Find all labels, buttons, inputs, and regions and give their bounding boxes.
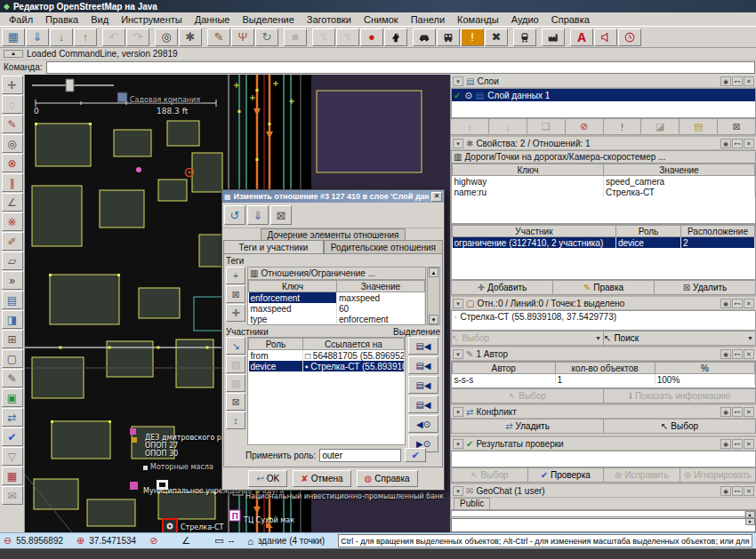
layer-toggle-visibility-button[interactable]: ⊘ — [565, 118, 604, 135]
collapse-panel-icon[interactable]: ▾ — [453, 76, 463, 86]
close-icon[interactable]: ✕ — [431, 192, 442, 202]
sticky-icon[interactable]: ◉ — [720, 139, 731, 148]
parallel-way-tool-button[interactable]: ∥ — [2, 173, 23, 192]
selection-search-button[interactable]: ↖Поиск▼ — [603, 331, 756, 346]
column-header[interactable]: % — [655, 363, 754, 374]
menu-item-Данные[interactable]: Данные — [189, 14, 236, 25]
resolve-conflict-button[interactable]: ⇄Уладить — [451, 419, 604, 434]
improve-accuracy-tool-button[interactable]: ※ — [2, 212, 23, 231]
properties-table[interactable]: КлючЗначениеhighwayspeed_cameraname:ruСт… — [452, 164, 755, 197]
pin-icon[interactable]: ⊷ — [732, 407, 743, 417]
pin-icon[interactable]: ⊷ — [732, 139, 743, 148]
minimap-toggle-button[interactable]: ▣ — [2, 388, 23, 407]
menu-item-Вид[interactable]: Вид — [85, 14, 114, 25]
menu-item-Заготовки[interactable]: Заготовки — [302, 14, 357, 25]
dialog-title-bar[interactable]: ▦ Изменить отношение #3 127 410 в слое '… — [222, 190, 444, 203]
bus-transport-button[interactable] — [437, 28, 460, 46]
authors-table[interactable]: Авторкол-во объектов%s-s-s1100% — [452, 362, 755, 385]
cancel-button[interactable]: ✘Отмена — [293, 470, 350, 487]
menu-item-Выделение[interactable]: Выделение — [237, 14, 299, 25]
close-icon[interactable]: ✕ — [744, 486, 754, 496]
table-row[interactable]: enforcementmaxspeed — [249, 292, 425, 304]
menu-item-Команды[interactable]: Команды — [452, 14, 504, 25]
extrude-tool-button[interactable]: ▱ — [2, 252, 23, 270]
close-icon[interactable]: ✕ — [744, 407, 754, 417]
menu-item-Инструменты[interactable]: Инструменты — [116, 14, 188, 25]
menu-item-Снимок[interactable]: Снимок — [358, 14, 404, 25]
table-row[interactable]: s-s-s1100% — [453, 374, 755, 386]
command-stack-toggle-button[interactable]: ▦ — [2, 467, 23, 485]
table-row[interactable]: device▪ Стрелка-СТ (55.8939108… — [249, 361, 405, 371]
collapse-panel-icon[interactable]: ▾ — [453, 139, 463, 148]
validation-results-list[interactable] — [451, 451, 756, 467]
tags-preset-row[interactable]: ▥ Отношения/Ограничение ... — [247, 267, 426, 279]
sticky-icon[interactable]: ◉ — [720, 299, 731, 308]
clock-timer-button[interactable] — [618, 28, 641, 46]
title-bar[interactable]: ◆ Редактор OpenStreetMap на Java — [0, 0, 756, 12]
column-header[interactable]: Ключ — [453, 164, 604, 176]
delete-tool-button[interactable]: ⊗ — [2, 154, 23, 172]
menu-item-Справка[interactable]: Справка — [546, 14, 595, 25]
geochat-scrollbar[interactable]: ▲ ▼ — [744, 511, 755, 516]
tab-parent-relations[interactable]: Родительские отношения — [324, 240, 443, 253]
download-incomplete-members-button[interactable]: ◀⊙ — [408, 415, 438, 433]
geochat-message-input[interactable] — [451, 518, 756, 532]
audio-speaker-button[interactable] — [594, 28, 617, 46]
close-icon[interactable]: ✕ — [744, 76, 754, 86]
draw-node-tool-button[interactable]: ✎ — [2, 115, 23, 133]
refresh-button[interactable]: ↻ — [255, 28, 278, 46]
selection-panel-toggle-button[interactable]: ▢ — [2, 349, 23, 368]
close-icon[interactable]: ✕ — [744, 299, 754, 308]
ok-button[interactable]: ↩OK — [248, 470, 287, 487]
remove-members-from-selection-button[interactable]: ▤◀ — [408, 376, 438, 394]
pin-icon[interactable]: ⊷ — [732, 349, 743, 359]
warning-button[interactable]: ! — [461, 28, 484, 46]
conflict-select-button[interactable]: ↖Выбор — [603, 419, 756, 434]
factory-landuse-button[interactable] — [542, 28, 565, 46]
tags-table[interactable]: КлючЗначениеenforcementmaxspeedmaxspeed6… — [248, 280, 425, 324]
delete-tag-button[interactable]: ⊠Удалить — [654, 280, 756, 295]
layer-visibility-eye-icon[interactable]: ⊙ — [464, 91, 471, 100]
geochat-panel-toggle-button[interactable]: ✉ — [2, 486, 23, 505]
filter-panel-toggle-button[interactable]: ▽ — [2, 447, 23, 466]
layer-row[interactable]: ✔ ⊙ ▤ Слой данных 1 — [452, 89, 755, 101]
table-row[interactable]: ограничение (3127410, 2 участника)device… — [453, 237, 755, 249]
delete-member-button[interactable]: ⊠ — [226, 393, 245, 411]
tags-panel-toggle-button[interactable]: ◨ — [2, 310, 23, 329]
collapse-panel-icon[interactable]: ▾ — [453, 349, 463, 359]
angle-tool-button[interactable]: ∠ — [2, 193, 23, 212]
column-header[interactable]: Расположение — [681, 226, 755, 237]
membership-table[interactable]: УчастникРольРасположениеограничение (312… — [452, 225, 755, 248]
add-tag-button[interactable]: + — [226, 267, 245, 284]
menu-item-Панели[interactable]: Панели — [406, 14, 450, 25]
scroll-down-icon[interactable]: ▼ — [745, 518, 755, 525]
sticky-icon[interactable]: ◉ — [720, 486, 731, 496]
zoom-to-selection-button[interactable]: ◎ — [155, 28, 178, 46]
delete-x-button[interactable]: ✖ — [485, 28, 508, 46]
add-tag-button[interactable]: ✚Добавить — [451, 280, 553, 295]
draw-improve-button[interactable]: ✎ — [207, 28, 230, 46]
sticky-icon[interactable]: ◉ — [720, 407, 731, 417]
table-row[interactable]: maxspeed60 — [249, 303, 425, 314]
layer-delete-button[interactable]: ⊠ — [717, 118, 756, 135]
delete-tag-button[interactable]: ⊠ — [226, 285, 245, 303]
menu-item-Файл[interactable]: Файл — [4, 14, 38, 25]
select-tool-button[interactable]: ✛ — [2, 76, 23, 94]
map-canvas[interactable]: S П Садовая компанияДЕЗ дмитровского рай… — [25, 75, 450, 532]
menu-item-Правка[interactable]: Правка — [40, 14, 84, 25]
select-relation-members-button[interactable]: ▤◀ — [408, 395, 438, 413]
open-file-button[interactable]: ▦ — [2, 28, 25, 46]
pan-hand-button[interactable] — [384, 28, 407, 46]
pin-icon[interactable]: ⊷ — [732, 76, 743, 86]
table-row[interactable]: highwayspeed_camera — [453, 176, 755, 188]
paste-tags-button[interactable]: ✚ — [226, 304, 245, 322]
zoom-tool-button[interactable]: ◎ — [2, 134, 23, 153]
close-icon[interactable]: ✕ — [744, 349, 754, 359]
apply-role-input[interactable] — [319, 449, 401, 462]
sticky-icon[interactable]: ◉ — [720, 439, 731, 449]
delete-relation-button[interactable]: ⊠ — [270, 205, 292, 225]
geochat-messages-area[interactable]: ▲ ▼ — [451, 510, 756, 517]
validator-panel-toggle-button[interactable]: ✔ — [2, 427, 23, 446]
authors-panel-toggle-button[interactable]: ✎ — [2, 369, 23, 387]
layer-opacity-button[interactable]: ! — [603, 118, 642, 135]
